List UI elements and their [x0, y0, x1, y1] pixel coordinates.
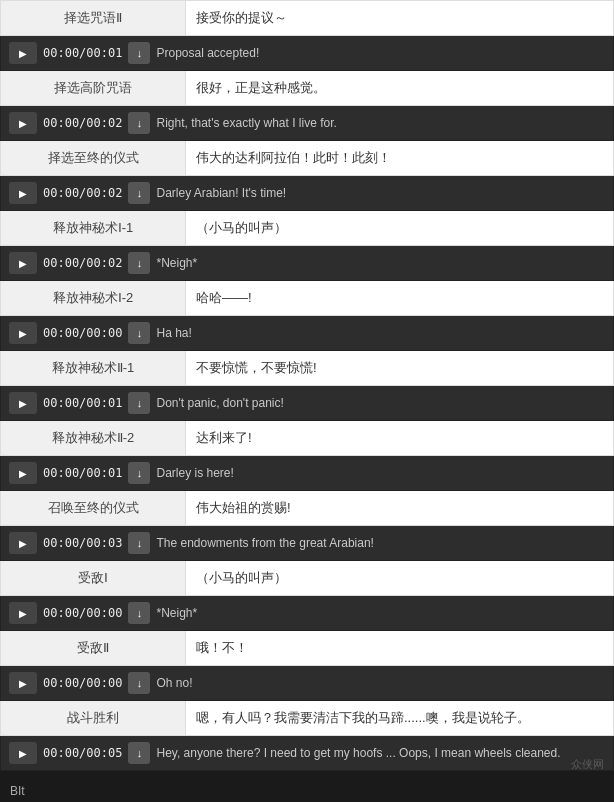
download-button[interactable]: ↓ — [128, 392, 150, 414]
audio-row: ▶00:00/00:01↓Proposal accepted! — [1, 36, 614, 71]
label-row: 战斗胜利嗯，有人吗？我需要清洁下我的马蹄......噢，我是说轮子。 — [1, 701, 614, 736]
label-row: 受敌Ⅰ（小马的叫声） — [1, 561, 614, 596]
time-display: 00:00/00:03 — [43, 536, 122, 550]
row-label: 战斗胜利 — [1, 701, 186, 736]
time-display: 00:00/00:01 — [43, 396, 122, 410]
play-button[interactable]: ▶ — [9, 182, 37, 204]
audio-text: Darley is here! — [156, 466, 233, 480]
label-row: 择选至终的仪式伟大的达利阿拉伯！此时！此刻！ — [1, 141, 614, 176]
row-label: 释放神秘术Ⅱ-2 — [1, 421, 186, 456]
label-row: 释放神秘术Ⅰ-1（小马的叫声） — [1, 211, 614, 246]
play-button[interactable]: ▶ — [9, 322, 37, 344]
play-button[interactable]: ▶ — [9, 672, 37, 694]
audio-row: ▶00:00/00:01↓Don't panic, don't panic! — [1, 386, 614, 421]
time-display: 00:00/00:02 — [43, 256, 122, 270]
download-button[interactable]: ↓ — [128, 112, 150, 134]
play-button[interactable]: ▶ — [9, 602, 37, 624]
audio-cell: ▶00:00/00:02↓Darley Arabian! It's time! — [1, 176, 614, 211]
row-text: 很好，正是这种感觉。 — [186, 71, 614, 106]
row-text: 达利来了! — [186, 421, 614, 456]
row-label: 择选高阶咒语 — [1, 71, 186, 106]
audio-text: Right, that's exactly what I live for. — [156, 116, 336, 130]
time-display: 00:00/00:01 — [43, 46, 122, 60]
download-button[interactable]: ↓ — [128, 322, 150, 344]
audio-text: Oh no! — [156, 676, 192, 690]
audio-text: The endowments from the great Arabian! — [156, 536, 373, 550]
row-text: （小马的叫声） — [186, 211, 614, 246]
row-label: 释放神秘术Ⅰ-1 — [1, 211, 186, 246]
voice-table: 择选咒语Ⅱ接受你的提议～▶00:00/00:01↓Proposal accept… — [0, 0, 614, 771]
audio-cell: ▶00:00/00:02↓Right, that's exactly what … — [1, 106, 614, 141]
label-row: 释放神秘术Ⅱ-1不要惊慌，不要惊慌! — [1, 351, 614, 386]
row-text: 嗯，有人吗？我需要清洁下我的马蹄......噢，我是说轮子。 — [186, 701, 614, 736]
play-button[interactable]: ▶ — [9, 42, 37, 64]
row-label: 释放神秘术Ⅱ-1 — [1, 351, 186, 386]
audio-text: Don't panic, don't panic! — [156, 396, 283, 410]
audio-text: *Neigh* — [156, 606, 197, 620]
play-button[interactable]: ▶ — [9, 112, 37, 134]
bottom-bar: BIt — [0, 771, 614, 802]
audio-text: Proposal accepted! — [156, 46, 259, 60]
time-display: 00:00/00:01 — [43, 466, 122, 480]
row-text: 不要惊慌，不要惊慌! — [186, 351, 614, 386]
audio-cell: ▶00:00/00:01↓Don't panic, don't panic! — [1, 386, 614, 421]
play-button[interactable]: ▶ — [9, 742, 37, 764]
bottom-bar-text: BIt — [10, 784, 25, 798]
audio-cell: ▶00:00/00:01↓Proposal accepted! — [1, 36, 614, 71]
row-label: 召唤至终的仪式 — [1, 491, 186, 526]
audio-row: ▶00:00/00:03↓The endowments from the gre… — [1, 526, 614, 561]
time-display: 00:00/00:00 — [43, 606, 122, 620]
download-button[interactable]: ↓ — [128, 672, 150, 694]
label-row: 召唤至终的仪式伟大始祖的赏赐! — [1, 491, 614, 526]
row-text: 哈哈——! — [186, 281, 614, 316]
audio-cell: ▶00:00/00:00↓Oh no! — [1, 666, 614, 701]
label-row: 择选咒语Ⅱ接受你的提议～ — [1, 1, 614, 36]
audio-row: ▶00:00/00:02↓Right, that's exactly what … — [1, 106, 614, 141]
play-button[interactable]: ▶ — [9, 462, 37, 484]
row-label: 择选至终的仪式 — [1, 141, 186, 176]
audio-text: Ha ha! — [156, 326, 191, 340]
label-row: 择选高阶咒语很好，正是这种感觉。 — [1, 71, 614, 106]
play-button[interactable]: ▶ — [9, 252, 37, 274]
download-button[interactable]: ↓ — [128, 532, 150, 554]
play-button[interactable]: ▶ — [9, 532, 37, 554]
time-display: 00:00/00:00 — [43, 326, 122, 340]
audio-text: Hey, anyone there? I need to get my hoof… — [156, 746, 560, 760]
download-button[interactable]: ↓ — [128, 182, 150, 204]
time-display: 00:00/00:05 — [43, 746, 122, 760]
row-text: 接受你的提议～ — [186, 1, 614, 36]
download-button[interactable]: ↓ — [128, 252, 150, 274]
time-display: 00:00/00:00 — [43, 676, 122, 690]
row-text: 伟大始祖的赏赐! — [186, 491, 614, 526]
download-button[interactable]: ↓ — [128, 742, 150, 764]
play-button[interactable]: ▶ — [9, 392, 37, 414]
row-text: 伟大的达利阿拉伯！此时！此刻！ — [186, 141, 614, 176]
audio-cell: ▶00:00/00:00↓*Neigh* — [1, 596, 614, 631]
download-button[interactable]: ↓ — [128, 602, 150, 624]
audio-row: ▶00:00/00:02↓Darley Arabian! It's time! — [1, 176, 614, 211]
audio-row: ▶00:00/00:05↓Hey, anyone there? I need t… — [1, 736, 614, 771]
audio-cell: ▶00:00/00:05↓Hey, anyone there? I need t… — [1, 736, 614, 771]
download-button[interactable]: ↓ — [128, 462, 150, 484]
row-label: 择选咒语Ⅱ — [1, 1, 186, 36]
audio-row: ▶00:00/00:02↓*Neigh* — [1, 246, 614, 281]
row-text: 哦！不！ — [186, 631, 614, 666]
audio-row: ▶00:00/00:00↓Oh no! — [1, 666, 614, 701]
label-row: 受敌Ⅱ哦！不！ — [1, 631, 614, 666]
time-display: 00:00/00:02 — [43, 116, 122, 130]
audio-cell: ▶00:00/00:02↓*Neigh* — [1, 246, 614, 281]
time-display: 00:00/00:02 — [43, 186, 122, 200]
audio-row: ▶00:00/00:00↓*Neigh* — [1, 596, 614, 631]
row-label: 释放神秘术Ⅰ-2 — [1, 281, 186, 316]
row-label: 受敌Ⅱ — [1, 631, 186, 666]
audio-row: ▶00:00/00:00↓Ha ha! — [1, 316, 614, 351]
label-row: 释放神秘术Ⅰ-2哈哈——! — [1, 281, 614, 316]
audio-cell: ▶00:00/00:01↓Darley is here! — [1, 456, 614, 491]
row-label: 受敌Ⅰ — [1, 561, 186, 596]
label-row: 释放神秘术Ⅱ-2达利来了! — [1, 421, 614, 456]
watermark: 众侠网 — [571, 757, 604, 772]
row-text: （小马的叫声） — [186, 561, 614, 596]
audio-row: ▶00:00/00:01↓Darley is here! — [1, 456, 614, 491]
audio-text: *Neigh* — [156, 256, 197, 270]
download-button[interactable]: ↓ — [128, 42, 150, 64]
